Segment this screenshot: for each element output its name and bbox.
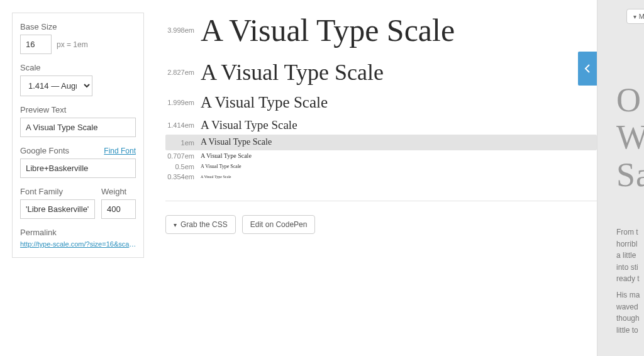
scale-select[interactable]: 1.414 — Augm: [20, 75, 92, 96]
google-fonts-input[interactable]: [20, 159, 136, 178]
base-size-field: Base Size px = 1em: [20, 22, 136, 54]
weight-label: Weight: [101, 187, 136, 196]
permalink-field: Permalink http://type-scale.com/?size=16…: [20, 228, 136, 250]
more-button[interactable]: ▾ Mo: [626, 9, 644, 24]
em-label: 1.999em: [165, 99, 201, 106]
grab-css-label: Grab the CSS: [180, 220, 228, 229]
sample-text: A Visual Type Scale: [201, 116, 297, 134]
more-label: Mo: [639, 13, 644, 20]
family-weight-field: Font Family Weight: [20, 187, 136, 219]
demo-heading: O W Sa: [616, 82, 644, 194]
scale-label: Scale: [20, 63, 136, 72]
action-button-row: ▾ Grab the CSS Edit on CodePen: [165, 215, 597, 234]
google-fonts-label: Google Fonts: [20, 146, 69, 155]
sample-text: A Visual Type Scale: [201, 174, 231, 180]
font-family-input[interactable]: [20, 199, 95, 219]
collapse-tab-button[interactable]: [578, 52, 597, 86]
scale-row-0: 3.998em A Visual Type Scale: [165, 6, 597, 55]
sample-text: A Visual Type Scale: [201, 8, 455, 53]
scale-row-4-active: 1em A Visual Type Scale: [165, 135, 597, 150]
demo-paragraph-2: His ma waved though little to: [616, 289, 640, 336]
scale-row-5: 0.707em A Visual Type Scale: [165, 150, 597, 162]
scale-row-2: 1.999em A Visual Type Scale: [165, 90, 597, 115]
em-label: 0.707em: [165, 152, 201, 160]
em-label: 0.354em: [165, 173, 201, 181]
demo-heading-3: Sa: [616, 156, 644, 194]
preview-text-field: Preview Text: [20, 105, 136, 137]
base-size-row: px = 1em: [20, 35, 136, 54]
demo-heading-1: O: [616, 81, 641, 119]
codepen-label: Edit on CodePen: [250, 220, 308, 229]
em-label: 1em: [165, 139, 201, 147]
chevron-left-icon: [584, 64, 591, 73]
google-fonts-field: Google Fonts Find Font: [20, 146, 136, 178]
permalink-link[interactable]: http://type-scale.com/?size=16&scale=1.4…: [20, 240, 137, 248]
scale-field: Scale 1.414 — Augm: [20, 63, 136, 96]
chevron-down-icon: ▾: [174, 221, 177, 228]
font-family-label: Font Family: [20, 187, 95, 196]
sample-text: A Visual Type Scale: [201, 152, 252, 161]
weight-input[interactable]: [101, 199, 136, 219]
em-label: 0.5em: [165, 163, 201, 170]
scale-row-7: 0.354em A Visual Type Scale: [165, 172, 597, 182]
em-label: 3.998em: [165, 26, 201, 34]
base-size-suffix: px = 1em: [57, 40, 88, 49]
scale-row-6: 0.5em A Visual Type Scale: [165, 162, 597, 172]
find-font-link[interactable]: Find Font: [104, 147, 136, 155]
em-label: 1.414em: [165, 121, 201, 129]
sample-text: A Visual Type Scale: [201, 163, 242, 170]
permalink-label: Permalink: [20, 228, 136, 237]
preview-pane: 3.998em A Visual Type Scale 2.827em A Vi…: [165, 0, 597, 356]
demo-heading-2: W: [616, 118, 644, 156]
sample-text: A Visual Type Scale: [201, 136, 272, 148]
grab-css-button[interactable]: ▾ Grab the CSS: [165, 215, 236, 234]
chevron-down-icon: ▾: [633, 13, 636, 20]
google-fonts-label-row: Google Fonts Find Font: [20, 146, 136, 155]
base-size-label: Base Size: [20, 22, 136, 31]
sample-text: A Visual Type Scale: [201, 91, 328, 114]
codepen-button[interactable]: Edit on CodePen: [242, 215, 316, 234]
preview-text-label: Preview Text: [20, 105, 136, 114]
right-demo-panel: ▾ Mo O W Sa From t horribl a little into…: [597, 0, 644, 356]
settings-sidebar: Base Size px = 1em Scale 1.414 — Augm Pr…: [12, 13, 144, 258]
demo-paragraph-1: From t horribl a little into sti ready t: [616, 226, 640, 285]
base-size-input[interactable]: [20, 35, 52, 54]
preview-text-input[interactable]: [20, 118, 136, 137]
divider: [165, 201, 597, 201]
scale-row-3: 1.414em A Visual Type Scale: [165, 115, 597, 135]
em-label: 2.827em: [165, 69, 201, 76]
font-family-col: Font Family: [20, 187, 95, 219]
sample-text: A Visual Type Scale: [201, 56, 384, 89]
scale-row-1: 2.827em A Visual Type Scale: [165, 55, 597, 90]
weight-col: Weight: [101, 187, 136, 219]
